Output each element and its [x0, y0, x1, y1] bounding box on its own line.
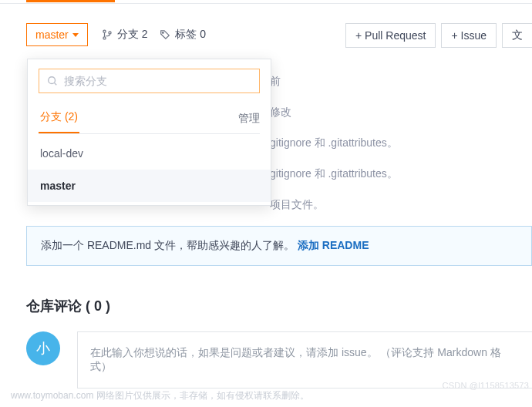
- active-tab-indicator: [26, 0, 115, 2]
- toolbar: master 分支 2 标签 0 + Pull Request + Issue …: [0, 4, 532, 46]
- svg-point-4: [49, 77, 56, 84]
- branch-selector-label: master: [35, 29, 69, 41]
- avatar[interactable]: 小: [26, 331, 60, 365]
- branch-list: local-dev master: [28, 134, 271, 205]
- comments-heading: 仓库评论 ( 0 ): [26, 297, 110, 315]
- add-readme-link[interactable]: 添加 README: [298, 239, 369, 251]
- toolbar-right: + Pull Request + Issue 文: [345, 23, 532, 48]
- chevron-down-icon: [72, 33, 79, 37]
- branch-meta: 分支 2 标签 0: [102, 28, 206, 42]
- branch-search-wrap[interactable]: [39, 69, 260, 93]
- list-item: gitignore 和 .gitattributes。: [270, 159, 532, 190]
- manage-link[interactable]: 管理: [238, 112, 260, 133]
- svg-point-2: [109, 32, 111, 34]
- svg-point-1: [103, 37, 106, 39]
- file-list-partial: 前 修改 gitignore 和 .gitattributes。 gitigno…: [270, 66, 532, 220]
- issue-button[interactable]: + Issue: [441, 23, 497, 48]
- comment-input[interactable]: 在此输入你想说的话，如果是问题或者建议，请添加 issue。 （评论支持 Mar…: [77, 331, 532, 388]
- dropdown-tabs: 分支 (2) 管理: [39, 106, 260, 134]
- svg-point-3: [163, 32, 164, 34]
- footer-disclaimer: www.toymoban.com 网络图片仅供展示，非存储，如有侵权请联系删除。: [11, 389, 309, 402]
- list-item: 修改: [270, 97, 532, 128]
- comment-placeholder: 在此输入你想说的话，如果是问题或者建议，请添加 issue。 （评论支持 Mar…: [90, 346, 501, 372]
- branch-item-master[interactable]: master: [28, 170, 271, 202]
- list-item: gitignore 和 .gitattributes。: [270, 128, 532, 159]
- list-item: 项目文件。: [270, 190, 532, 220]
- readme-text: 添加一个 README.md 文件，帮助感兴趣的人了解。: [41, 239, 298, 251]
- comment-composer: 小 在此输入你想说的话，如果是问题或者建议，请添加 issue。 （评论支持 M…: [26, 331, 532, 388]
- watermark: CSDN @l1158513573: [443, 381, 529, 390]
- branch-selector-button[interactable]: master: [26, 23, 88, 46]
- pull-request-button[interactable]: + Pull Request: [345, 23, 436, 48]
- branch-item-local-dev[interactable]: local-dev: [28, 137, 271, 170]
- list-item: 前: [270, 66, 532, 97]
- readme-banner: 添加一个 README.md 文件，帮助感兴趣的人了解。 添加 README: [26, 226, 532, 266]
- tag-count-label[interactable]: 标签 0: [175, 28, 206, 42]
- search-icon: [47, 76, 58, 86]
- svg-point-0: [103, 30, 106, 32]
- tag-icon: [160, 29, 170, 40]
- branch-icon: [102, 29, 113, 40]
- branch-count-label[interactable]: 分支 2: [117, 28, 148, 42]
- more-button[interactable]: 文: [502, 23, 532, 48]
- branch-search-input[interactable]: [64, 75, 251, 87]
- tab-branches[interactable]: 分支 (2): [39, 106, 79, 133]
- branch-dropdown: 分支 (2) 管理 local-dev master: [27, 59, 271, 206]
